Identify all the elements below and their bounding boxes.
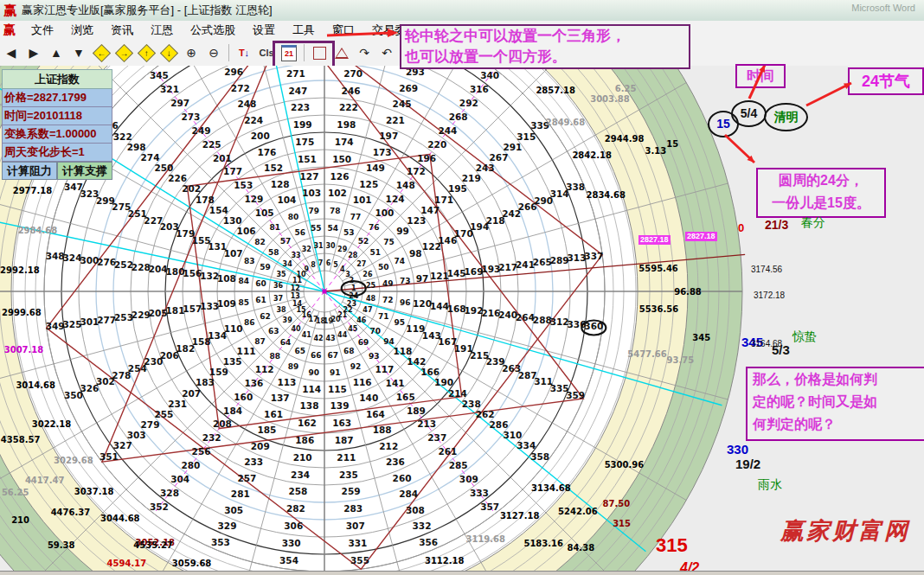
clear-icon[interactable]: Cls [256, 42, 277, 63]
shift-left-diamond-icon[interactable]: ← [91, 42, 112, 63]
svg-text:114: 114 [302, 384, 321, 394]
wheel-price-label: 3014.68 [16, 380, 55, 390]
calc-support-button[interactable]: 计算支撑 [57, 162, 112, 180]
svg-text:216: 216 [481, 308, 500, 318]
svg-text:50: 50 [378, 263, 389, 272]
svg-text:46: 46 [356, 316, 367, 324]
svg-text:105: 105 [255, 208, 274, 218]
svg-text:147: 147 [420, 205, 440, 215]
calendar-icon[interactable]: 21 [279, 42, 299, 63]
svg-text:288: 288 [533, 315, 552, 325]
svg-text:185: 185 [257, 425, 276, 435]
svg-text:128: 128 [271, 179, 290, 189]
svg-text:153: 153 [234, 180, 253, 190]
svg-text:97: 97 [416, 273, 429, 284]
svg-text:327: 327 [113, 440, 132, 450]
svg-text:280: 280 [181, 460, 200, 470]
wheel-price-label: 5242.06 [558, 507, 598, 516]
question-callout: 那么，价格是如何判 定的呢？时间又是如 何判定的呢？ [746, 367, 924, 441]
rotate-ccw-icon[interactable]: ↶ [376, 42, 397, 63]
menu-item-gann[interactable]: 江恩 [142, 21, 182, 40]
watermark: 赢家财富网 [780, 515, 910, 546]
svg-text:139: 139 [330, 400, 350, 411]
svg-text:255: 255 [154, 409, 173, 419]
svg-text:238: 238 [462, 399, 481, 409]
svg-text:270: 270 [343, 68, 363, 79]
svg-text:48: 48 [366, 295, 376, 303]
svg-text:186: 186 [295, 435, 314, 445]
svg-text:142: 142 [407, 356, 426, 367]
menu-item-settings[interactable]: 设置 [244, 21, 284, 40]
zoom-in-icon[interactable]: ⊕ [181, 42, 202, 63]
svg-text:188: 188 [373, 425, 392, 435]
svg-text:173: 173 [373, 147, 392, 157]
price-time-icon[interactable]: T↓ [234, 42, 254, 63]
svg-text:133: 133 [200, 301, 219, 311]
svg-text:149: 149 [366, 163, 385, 173]
svg-text:81: 81 [270, 223, 281, 232]
svg-text:234: 234 [291, 470, 310, 480]
menu-item-browse[interactable]: 浏览 [62, 21, 102, 40]
svg-text:1: 1 [351, 284, 356, 292]
svg-text:95: 95 [395, 318, 406, 327]
side-label: 雨水 [758, 477, 782, 493]
svg-text:189: 189 [407, 406, 426, 416]
svg-text:62: 62 [260, 312, 271, 321]
page-prev-icon[interactable]: ◀ [1, 42, 22, 63]
wheel-price-label: 3112.18 [425, 556, 465, 565]
shift-right-diamond-icon[interactable]: → [113, 42, 134, 63]
svg-text:298: 298 [127, 142, 146, 152]
svg-text:100: 100 [375, 208, 394, 218]
svg-text:66: 66 [311, 351, 322, 360]
menu-item-formula-stock-pick[interactable]: 公式选股 [182, 21, 244, 40]
menu-item-tools[interactable]: 工具 [284, 21, 324, 40]
svg-text:172: 172 [407, 166, 426, 176]
shift-up-diamond-icon[interactable]: ↑ [136, 42, 157, 63]
svg-text:310: 310 [503, 430, 522, 440]
svg-text:31: 31 [313, 242, 324, 250]
svg-text:268: 268 [449, 112, 468, 122]
svg-text:269: 269 [399, 83, 418, 93]
step-down-icon[interactable]: ▼ [68, 42, 89, 63]
square-tool-icon[interactable] [309, 42, 330, 63]
svg-text:213: 213 [417, 418, 436, 429]
svg-text:232: 232 [202, 432, 221, 443]
shift-down-diamond-icon[interactable]: ↓ [158, 42, 179, 63]
svg-text:271: 271 [286, 68, 305, 79]
svg-text:160: 160 [234, 392, 253, 402]
rotate-cw-icon[interactable]: ↷ [354, 42, 375, 63]
svg-text:256: 256 [192, 446, 211, 457]
svg-text:351: 351 [99, 451, 119, 462]
svg-text:141: 141 [386, 378, 405, 388]
step-up-icon[interactable]: ▲ [46, 42, 67, 63]
svg-text:154: 154 [209, 205, 228, 215]
svg-text:161: 161 [264, 409, 283, 419]
wheel-price-label: 2944.98 [605, 134, 645, 144]
menu-item-file[interactable]: 文件 [22, 21, 62, 40]
svg-text:334: 334 [517, 440, 536, 450]
calc-resistance-button[interactable]: 计算阻力 [2, 162, 57, 180]
menu-item-news[interactable]: 资讯 [102, 21, 142, 40]
wheel-price-label: 3127.18 [500, 511, 540, 521]
svg-text:267: 267 [490, 152, 509, 163]
svg-text:309: 309 [459, 474, 478, 484]
svg-text:25: 25 [366, 282, 376, 290]
app-logo-icon: 赢 [3, 3, 16, 19]
wheel-price-label: 5536.56 [639, 304, 679, 314]
svg-text:101: 101 [353, 195, 372, 205]
svg-text:354: 354 [279, 555, 298, 565]
triangle-tool-icon[interactable] [331, 42, 352, 63]
svg-text:34: 34 [283, 260, 293, 268]
zoom-out-icon[interactable]: ⊖ [203, 42, 224, 63]
toolbar-separator [228, 44, 229, 61]
svg-text:47: 47 [363, 306, 372, 314]
svg-text:352: 352 [150, 502, 169, 512]
svg-text:35: 35 [277, 271, 287, 278]
svg-text:125: 125 [359, 179, 378, 189]
svg-text:104: 104 [277, 195, 296, 205]
page-next-icon[interactable]: ▶ [23, 42, 44, 63]
gann-wheel-chart[interactable]: 1234567891011121314151617181920212223242… [0, 66, 924, 571]
svg-text:261: 261 [438, 446, 457, 457]
svg-text:60: 60 [255, 279, 266, 288]
menu-item-window[interactable]: 窗口 [324, 21, 363, 40]
